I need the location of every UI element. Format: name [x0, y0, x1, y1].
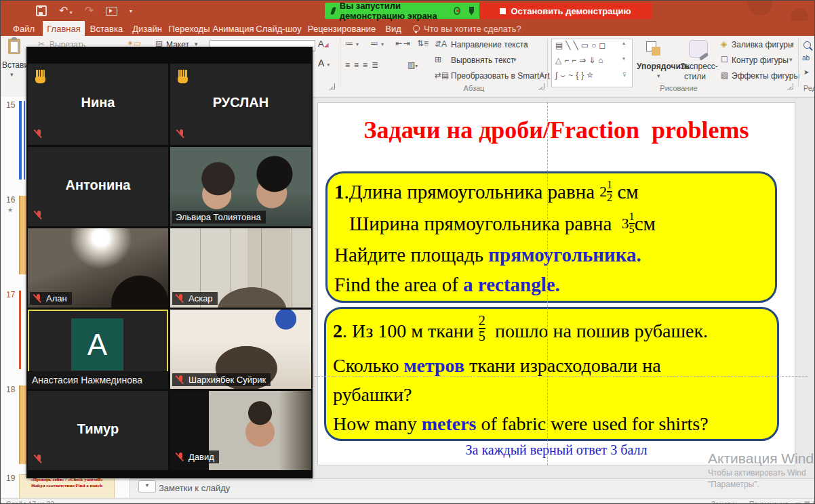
thumbnail-number-19[interactable]: 19	[6, 474, 15, 483]
problem-box-1[interactable]: 1.Длина прямоугольника равна 212 см Шири…	[325, 171, 777, 303]
comments-toggle-button[interactable]: Примечания	[749, 501, 789, 504]
participant-video-tile[interactable]: Аскар	[170, 228, 311, 308]
paste-icon[interactable]	[8, 39, 20, 54]
tab-design[interactable]: Дизайн	[128, 21, 166, 36]
slide-19-thumb-subtitle: Найди соответствие/Find a match	[20, 483, 114, 489]
activation-watermark-line1: Активация Window	[708, 450, 815, 467]
participant-video-tile[interactable]: Давид	[170, 391, 311, 470]
smartart-label[interactable]: Преобразовать в SmartArt	[451, 71, 550, 81]
problem-box-2[interactable]: 2. Из 100 м ткани 25 пошло на пошив руба…	[324, 307, 779, 441]
paste-button-label[interactable]: Вставить	[2, 60, 26, 70]
align-left-center-right-justify-icons[interactable]: ≡≡≡≣	[345, 60, 382, 70]
participant-tile[interactable]: РУСЛАН	[170, 64, 311, 145]
tab-file[interactable]: Файл	[6, 21, 41, 36]
tab-review[interactable]: Рецензирование	[304, 21, 379, 36]
shape-row-icons[interactable]: △⌐⌐⇒⇓⌂	[555, 56, 606, 65]
participant-video-tile[interactable]: Алан	[28, 228, 168, 308]
align-text-label[interactable]: Выровнять текст	[451, 56, 514, 65]
participant-tile-active[interactable]: А Анастасия Нажмединова	[28, 310, 168, 389]
chevron-down-icon: ▾	[791, 41, 794, 47]
find-icon[interactable]	[803, 41, 811, 49]
font-dialog-launcher-icon[interactable]	[329, 83, 335, 89]
gallery-scroll-down-icon[interactable]: ▾	[622, 56, 625, 62]
shape-row-icons[interactable]: ▤╲╲▭○◻	[555, 41, 608, 50]
horizontal-guide	[315, 376, 808, 377]
activation-watermark-line2: Чтобы активировать Wind	[708, 468, 806, 478]
shape-row-icons[interactable]: ∫⌣∼{}☆	[555, 70, 596, 80]
indent-icons[interactable]: ⇤⇥	[395, 39, 412, 48]
participant-tile[interactable]: Тимур	[28, 391, 168, 470]
clear-formatting-icon[interactable]: А◢	[318, 39, 329, 49]
mic-muted-icon	[176, 293, 185, 303]
participant-name-chip: Давид	[172, 450, 219, 463]
thumbnail-number-16[interactable]: 16	[6, 195, 15, 205]
paste-dropdown-icon[interactable]: ▾	[10, 71, 14, 78]
view-buttons-icons[interactable]: ▭▦▥	[795, 500, 815, 504]
tab-transitions[interactable]: Переходы	[167, 21, 211, 36]
participant-name: РУСЛАН	[170, 95, 311, 110]
participant-video-tile[interactable]: Шархиябек Суйрик	[170, 310, 311, 389]
mic-muted-icon	[176, 129, 186, 139]
screen-share-banner[interactable]: Вы запустили демонстрацию экрана	[325, 3, 479, 19]
paragraph-dialog-launcher-icon[interactable]	[538, 83, 544, 89]
undo-button[interactable]: ↶ ▾	[59, 5, 73, 16]
participant-name: Тимур	[28, 421, 168, 437]
qat-customize-icon[interactable]: ▾	[130, 8, 132, 14]
participant-name-chip: Алан	[30, 292, 72, 305]
notes-placeholder: Заметки к слайду	[159, 483, 230, 493]
group-divider	[340, 39, 340, 87]
font-color-icon[interactable]: А ▾	[318, 58, 330, 68]
tab-animations[interactable]: Анимация	[212, 21, 254, 36]
select-cursor-icon[interactable]: ➤	[803, 68, 809, 76]
tab-slideshow[interactable]: Слайд-шоу	[256, 21, 302, 36]
shape-effects-button[interactable]: Эффекты фигуры	[732, 71, 799, 81]
gallery-scroll-up-icon[interactable]: ▴	[622, 40, 625, 46]
notes-collapse-button[interactable]: ▾	[138, 480, 156, 492]
problem2-line1: 2. Из 100 м ткани 25 пошло на пошив руба…	[333, 312, 770, 351]
save-icon[interactable]	[36, 5, 47, 16]
chevron-down-icon: ▾	[789, 56, 793, 63]
zoom-participants-panel[interactable]: Нина РУСЛАН Антонина Эльвира Толиятовна …	[26, 47, 313, 478]
slide-19-thumbnail[interactable]: «Проверь себя» / «Check yourself» Найди …	[19, 474, 115, 501]
problem2-line4: How many meters of fabric were used for …	[333, 409, 770, 439]
participant-tile[interactable]: Нина	[28, 64, 168, 145]
quick-styles-button-line1[interactable]: Экспресс-	[680, 62, 718, 71]
tell-me-search[interactable]: Что вы хотите сделать?	[413, 21, 521, 36]
share-banner-label: Вы запустили демонстрацию экрана	[340, 1, 449, 21]
notes-toggle-button[interactable]: Заметки	[711, 501, 737, 504]
group-divider	[547, 39, 548, 87]
tab-insert[interactable]: Вставка	[86, 21, 127, 36]
quick-styles-icon	[689, 40, 708, 58]
quick-styles-button-line2[interactable]: стили	[684, 72, 706, 81]
thumbnail-number-15[interactable]: 15	[6, 100, 15, 110]
mic-muted-icon	[33, 293, 43, 303]
tab-home[interactable]: Главная	[43, 21, 85, 36]
editing-group-label: Ред	[803, 84, 815, 92]
thumbnail-number-17[interactable]: 17	[6, 290, 15, 299]
replace-icon[interactable]: ab	[802, 54, 810, 62]
thumbnail-number-18[interactable]: 18	[6, 385, 15, 394]
shape-outline-icon: ☐	[721, 55, 728, 64]
start-slideshow-icon[interactable]	[106, 7, 117, 16]
columns-icon[interactable]: ▥▾	[408, 60, 418, 70]
bullets-icon[interactable]: ≔▾	[345, 39, 359, 48]
stop-share-button[interactable]: Остановить демонстрацию	[479, 3, 652, 19]
numbering-icon[interactable]: ≕▾	[370, 39, 384, 48]
text-direction-label[interactable]: Направление текста	[451, 40, 528, 49]
problem1-line2: Ширина прямоугольника равна 315см	[334, 207, 768, 240]
chevron-down-icon: ▾	[524, 41, 528, 47]
drawing-dialog-launcher-icon[interactable]	[787, 83, 793, 89]
participant-tile[interactable]: Антонина	[28, 147, 168, 226]
redo-icon[interactable]: ↷	[85, 5, 94, 16]
shape-outline-button[interactable]: Контур фигуры	[732, 56, 789, 65]
gallery-more-icon[interactable]: ⊽	[622, 72, 627, 78]
participant-video-tile[interactable]: Эльвира Толиятовна	[170, 147, 311, 226]
arrange-icon-fill	[652, 47, 660, 56]
tab-view[interactable]: Вид	[380, 21, 406, 36]
shape-fill-button[interactable]: Заливка фигуры	[732, 40, 794, 49]
mic-muted-icon	[176, 375, 185, 385]
slide-title[interactable]: Задачи на дроби/Fraction problems	[317, 116, 795, 144]
line-spacing-icon[interactable]: ⇅≡	[417, 39, 429, 48]
stop-share-label: Остановить демонстрацию	[511, 6, 631, 16]
shapes-gallery[interactable]: ▤╲╲▭○◻ △⌐⌐⇒⇓⌂ ∫⌣∼{}☆ ▴ ▾ ⊽	[551, 39, 633, 87]
